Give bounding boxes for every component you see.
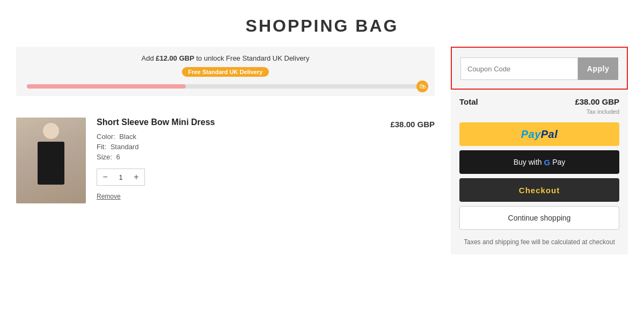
total-row: Total £38.00 GBP (459, 97, 619, 106)
cart-item: Short Sleeve Bow Mini Dress Color: Black… (16, 107, 435, 214)
product-image (16, 118, 86, 203)
delivery-amount: £12.00 GBP (156, 54, 194, 62)
product-fit: Fit: Standard (97, 143, 379, 151)
paypal-button[interactable]: PayPal (459, 122, 619, 146)
product-price: £38.00 GBP (390, 118, 435, 129)
gpay-g-icon: G (544, 158, 551, 167)
progress-bar-fill (27, 84, 186, 89)
tax-included: Tax included (459, 108, 619, 115)
gpay-prefix: Buy with (514, 158, 542, 166)
gpay-pay-text: Pay (552, 158, 565, 166)
right-panel: Apply Total £38.00 GBP Tax included PayP… (451, 47, 628, 254)
remove-link[interactable]: Remove (97, 193, 121, 200)
product-name: Short Sleeve Bow Mini Dress (97, 118, 379, 127)
total-price: £38.00 GBP (575, 97, 619, 106)
order-summary: Total £38.00 GBP Tax included PayPal Buy… (451, 90, 628, 254)
quantity-value: 1 (113, 173, 128, 181)
paypal-pay-text: Pay (521, 128, 541, 141)
checkout-button[interactable]: Checkout (459, 178, 619, 202)
apply-coupon-button[interactable]: Apply (578, 57, 618, 80)
product-color: Color: Black (97, 133, 379, 141)
gpay-button[interactable]: Buy with G Pay (459, 150, 619, 174)
delivery-icon: 🛍 (416, 80, 428, 92)
total-label: Total (459, 97, 478, 106)
quantity-control: − 1 + (97, 169, 145, 186)
tax-note: Taxes and shipping fee will be calculate… (459, 237, 619, 247)
delivery-banner: Add £12.00 GBP to unlock Free Standard U… (16, 47, 435, 96)
free-delivery-badge: Free Standard UK Delivery (182, 67, 269, 77)
delivery-suffix: to unlock Free Standard UK Delivery (196, 54, 309, 62)
page-title: SHOPPING BAG (0, 0, 644, 47)
paypal-pal-text: Pal (541, 128, 558, 141)
continue-shopping-button[interactable]: Continue shopping (459, 206, 619, 230)
coupon-row: Apply (460, 57, 618, 80)
quantity-increase-button[interactable]: + (128, 169, 144, 185)
coupon-section: Apply (451, 47, 628, 90)
product-details: Short Sleeve Bow Mini Dress Color: Black… (97, 118, 379, 201)
product-size: Size: 6 (97, 153, 379, 161)
progress-bar: 🛍 (27, 84, 424, 89)
quantity-decrease-button[interactable]: − (97, 169, 113, 185)
delivery-banner-text: Add £12.00 GBP to unlock Free Standard U… (27, 54, 424, 62)
coupon-input[interactable] (460, 57, 578, 80)
left-panel: Add £12.00 GBP to unlock Free Standard U… (16, 47, 435, 214)
